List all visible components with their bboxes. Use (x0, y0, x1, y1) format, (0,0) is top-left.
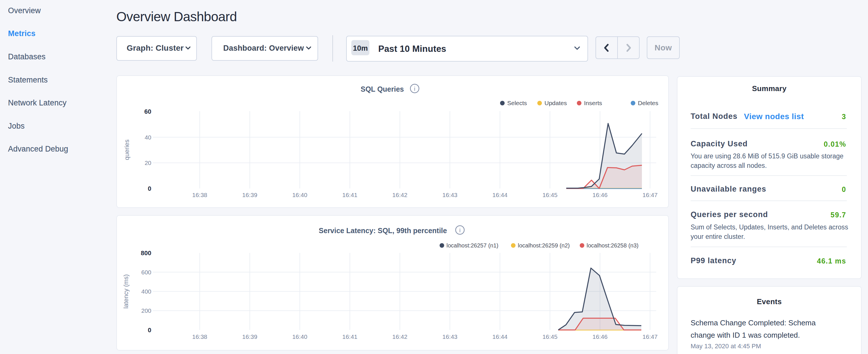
svg-text:16:41: 16:41 (342, 192, 358, 198)
svg-text:Service Latency: SQL, 99th per: Service Latency: SQL, 99th percentile (319, 227, 447, 234)
svg-text:latency (ms): latency (ms) (122, 275, 129, 309)
svg-text:16:42: 16:42 (392, 192, 407, 198)
svg-text:16:39: 16:39 (242, 333, 257, 340)
svg-text:16:41: 16:41 (342, 333, 358, 340)
svg-text:800: 800 (141, 250, 151, 257)
svg-text:16:44: 16:44 (492, 333, 507, 340)
svg-text:16:43: 16:43 (442, 333, 458, 340)
svg-text:16:38: 16:38 (192, 192, 208, 198)
svg-text:Deletes: Deletes (638, 100, 658, 106)
svg-text:16:45: 16:45 (542, 333, 558, 340)
svg-text:40: 40 (145, 134, 151, 141)
svg-text:16:47: 16:47 (643, 192, 658, 198)
svg-text:60: 60 (145, 108, 151, 115)
svg-text:Selects: Selects (507, 100, 527, 106)
svg-text:600: 600 (141, 269, 151, 276)
svg-text:0: 0 (148, 185, 151, 192)
svg-text:i: i (414, 86, 415, 92)
svg-text:i: i (459, 227, 461, 233)
svg-text:16:42: 16:42 (392, 333, 407, 340)
svg-text:16:45: 16:45 (542, 192, 558, 198)
svg-text:16:46: 16:46 (593, 192, 608, 198)
svg-text:16:47: 16:47 (643, 333, 658, 340)
svg-text:16:43: 16:43 (442, 192, 458, 198)
svg-text:16:38: 16:38 (192, 333, 208, 340)
svg-text:16:44: 16:44 (492, 192, 507, 198)
svg-text:200: 200 (141, 307, 151, 314)
svg-text:queries: queries (123, 139, 130, 160)
svg-text:SQL Queries: SQL Queries (361, 85, 404, 93)
svg-text:Inserts: Inserts (584, 100, 602, 106)
svg-text:localhost:26259 (n2): localhost:26259 (n2) (518, 242, 570, 249)
svg-text:16:40: 16:40 (292, 192, 308, 198)
svg-text:20: 20 (145, 160, 151, 166)
svg-text:16:39: 16:39 (242, 192, 257, 198)
svg-text:localhost:26258 (n3): localhost:26258 (n3) (587, 242, 639, 249)
svg-text:16:46: 16:46 (593, 333, 608, 340)
svg-text:localhost:26257 (n1): localhost:26257 (n1) (446, 242, 498, 249)
svg-text:Updates: Updates (545, 100, 567, 106)
svg-text:16:40: 16:40 (292, 333, 308, 340)
svg-text:0: 0 (148, 326, 151, 334)
svg-text:400: 400 (141, 288, 151, 295)
